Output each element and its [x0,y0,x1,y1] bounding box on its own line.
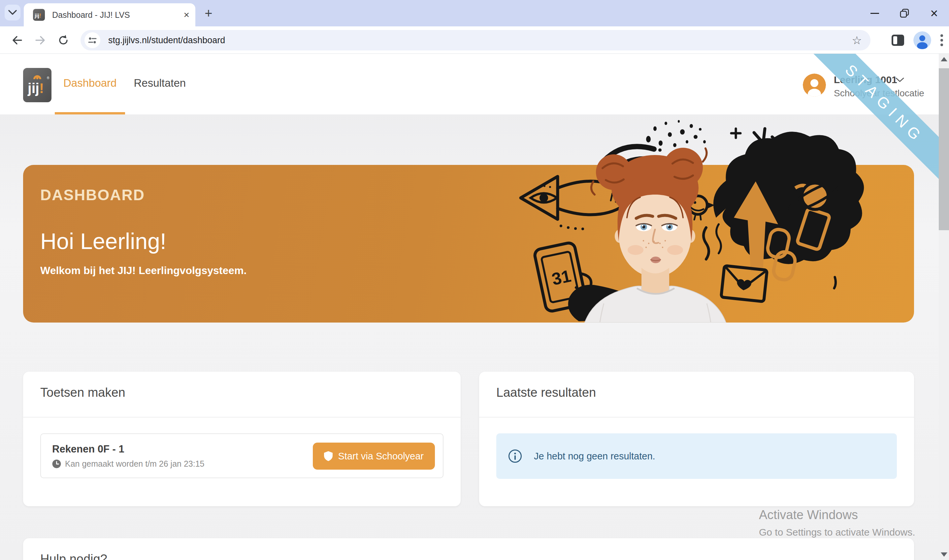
watermark-title: Activate Windows [759,508,915,522]
main-nav: Dashboard Resultaten [55,54,194,114]
menu-kebab-icon[interactable] [940,33,944,48]
tab-search-button[interactable] [5,5,20,20]
minimize-icon [870,13,879,14]
tests-card: Toetsen maken Rekenen 0F - 1 Kan gemaakt… [23,372,461,506]
profile-person-icon [914,31,931,49]
scroll-down-icon[interactable] [941,552,947,557]
clock-icon [52,459,61,468]
browser-profile-avatar[interactable] [914,31,931,49]
toolbar-right [891,30,944,50]
tab-close-icon[interactable]: × [183,10,189,20]
user-chevron-down-icon[interactable] [895,77,904,83]
forward-button[interactable] [31,31,49,49]
watermark-subtitle: Go to Settings to activate Windows. [759,527,915,538]
results-card-body: Je hebt nog geen resultaten. [479,417,914,495]
help-card: Hulp nodig? [23,538,914,560]
browser-toolbar: stg.jijlvs.nl/student/dashboard ☆ [0,26,949,54]
favicon-jij-icon: jij! [33,9,45,21]
back-button[interactable] [8,31,26,49]
forward-icon [34,34,46,46]
tests-card-title: Toetsen maken [40,386,444,400]
restore-icon [900,9,909,18]
test-availability-text: Kan gemaakt worden t/m 26 jan 23:15 [65,459,205,469]
url-text[interactable]: stg.jijlvs.nl/student/dashboard [108,35,225,46]
page-content: jij! ® Dashboard Resultaten Leerling 100… [0,54,949,560]
hero-subtitle: Welkom bij het JIJ! Leerlingvolgsysteem. [40,265,246,277]
help-card-title: Hulp nodig? [40,552,897,560]
test-item: Rekenen 0F - 1 Kan gemaakt worden t/m 26… [40,433,444,478]
nav-item-resultaten[interactable]: Resultaten [125,54,194,114]
scrollbar-thumb[interactable] [939,68,949,230]
tests-card-header: Toetsen maken [23,372,461,417]
window-controls: × [860,0,949,26]
tab-title: Dashboard - JIJ! LVS [52,10,161,20]
url-bar[interactable]: stg.jijlvs.nl/student/dashboard ☆ [80,30,870,51]
logo-text: jij [28,80,39,96]
chevron-down-icon [8,10,17,15]
minimize-button[interactable] [860,0,890,26]
info-icon [508,449,522,463]
svg-text:jij!: jij! [28,80,44,96]
start-button-label: Start via Schoolyear [338,451,424,462]
scroll-up-icon[interactable] [941,57,947,62]
shield-icon [324,451,333,461]
site-settings-icon [88,35,97,45]
svg-text:®: ® [47,76,49,80]
close-icon: × [930,6,938,20]
nav-item-dashboard[interactable]: Dashboard [55,54,125,114]
results-card-header: Laatste resultaten [479,372,914,417]
browser-tabstrip: jij! Dashboard - JIJ! LVS × + × [0,0,949,26]
reload-icon [57,34,69,46]
user-person-icon [803,74,826,97]
close-window-button[interactable]: × [919,0,949,26]
screen: jij! Dashboard - JIJ! LVS × + × [0,0,949,560]
no-results-text: Je hebt nog geen resultaten. [534,451,655,462]
site-info-button[interactable] [85,32,100,48]
new-tab-button[interactable]: + [200,5,216,21]
jij-logo[interactable]: jij! ® [23,68,51,102]
hero-banner: DASHBOARD Hoi Leerling! Welkom bij het J… [23,165,914,323]
side-panel-icon[interactable] [891,34,905,46]
svg-text:jij!: jij! [34,12,41,19]
reload-button[interactable] [54,31,72,49]
results-card: Laatste resultaten Je hebt nog geen resu… [479,372,914,506]
browser-tab[interactable]: jij! Dashboard - JIJ! LVS × [24,3,195,26]
bookmark-star-icon[interactable]: ☆ [852,35,862,46]
tests-card-body: Rekenen 0F - 1 Kan gemaakt worden t/m 26… [23,417,461,494]
results-card-title: Laatste resultaten [496,386,897,400]
no-results-alert: Je hebt nog geen resultaten. [496,433,897,479]
favicon-text: jij [34,12,39,19]
hero-eyebrow: DASHBOARD [40,186,145,204]
hero-title: Hoi Leerling! [40,228,166,254]
page-scrollbar[interactable] [939,54,949,560]
site-header: jij! ® Dashboard Resultaten Leerling 100… [0,54,949,114]
user-avatar[interactable] [803,74,826,97]
back-icon [11,34,23,46]
maximize-button[interactable] [890,0,919,26]
help-card-header: Hulp nodig? [23,538,914,560]
start-via-schoolyear-button[interactable]: Start via Schoolyear [313,443,435,470]
windows-activation-watermark: Activate Windows Go to Settings to activ… [759,508,915,538]
